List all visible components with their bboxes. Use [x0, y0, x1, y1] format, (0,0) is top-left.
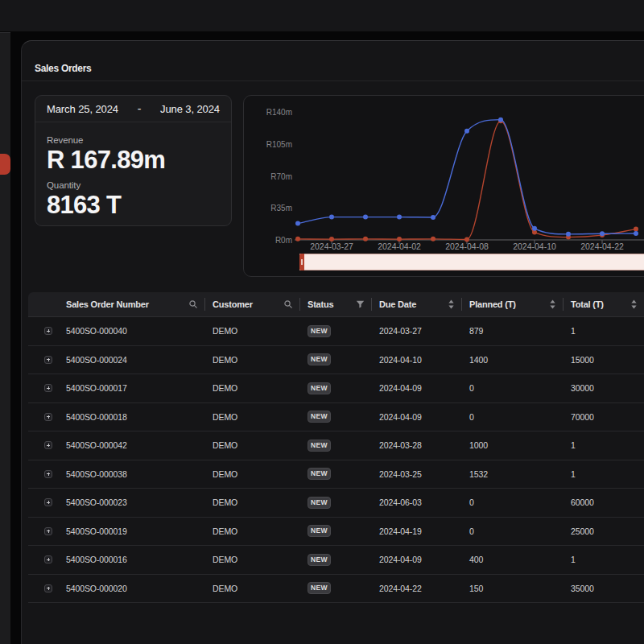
status-badge: NEW	[308, 440, 331, 452]
table-row: 5400SO-000023DEMONEW2024-06-03060000	[28, 489, 644, 518]
cell-due-date: 2024-06-03	[372, 497, 462, 507]
table-row: 5400SO-000040DEMONEW2024-03-278791	[28, 317, 644, 346]
cell-planned: 0	[462, 497, 564, 507]
expand-row-button[interactable]	[44, 498, 52, 506]
table-row: 5400SO-000017DEMONEW2024-04-09030000	[28, 374, 644, 403]
chart-brush-track[interactable]	[299, 254, 644, 270]
column-header-total-t-[interactable]: Total (T)	[564, 292, 644, 316]
data-point-revenue[interactable]	[295, 221, 300, 226]
cell-sales-order-number: 5400SO-000020	[59, 584, 205, 593]
expand-row-button[interactable]	[44, 555, 52, 564]
cell-customer: DEMO	[205, 440, 300, 450]
column-label: Total (T)	[571, 299, 604, 309]
cell-status: NEW	[300, 525, 372, 537]
date-range-picker[interactable]: March 25, 2024 - June 3, 2024	[35, 96, 231, 122]
metrics: Revenue R 167.89m Quantity 8163 T	[35, 122, 231, 220]
sort-icon[interactable]	[549, 299, 556, 310]
data-point-revenue[interactable]	[532, 226, 537, 231]
data-point-revenue[interactable]	[431, 215, 436, 220]
cell-customer: DEMO	[205, 412, 300, 422]
table-row: 5400SO-000018DEMONEW2024-04-09070000	[28, 403, 644, 432]
cell-total: 1	[564, 469, 644, 479]
column-header-planned-t-[interactable]: Planned (T)	[462, 292, 564, 316]
data-point-quantity[interactable]	[329, 237, 334, 242]
data-point-quantity[interactable]	[634, 227, 638, 232]
table-row: 5400SO-000024DEMONEW2024-04-10140015000	[28, 346, 644, 375]
cell-planned: 0	[462, 383, 564, 393]
search-icon[interactable]	[188, 299, 198, 309]
column-label: Customer	[213, 299, 253, 309]
data-point-revenue[interactable]	[397, 215, 402, 220]
chart-brush-handle[interactable]	[299, 254, 304, 270]
data-point-quantity[interactable]	[464, 237, 469, 242]
sales-chart-card: R0mR35mR70mR105mR140m2024-03-272024-04-0…	[243, 95, 644, 277]
column-header-sales-order-number[interactable]: Sales Order Number	[59, 292, 205, 316]
y-axis-label: R105m	[266, 140, 292, 149]
expand-row-button[interactable]	[44, 470, 52, 478]
cell-planned: 1000	[462, 440, 564, 450]
cell-sales-order-number: 5400SO-000042	[59, 440, 205, 450]
data-point-quantity[interactable]	[363, 237, 368, 242]
column-header-customer[interactable]: Customer	[205, 292, 300, 316]
cell-customer: DEMO	[205, 383, 300, 393]
expand-row-button[interactable]	[44, 327, 52, 335]
cell-sales-order-number: 5400SO-000023	[59, 497, 205, 507]
date-from[interactable]: March 25, 2024	[47, 103, 118, 115]
expand-row-button[interactable]	[44, 413, 52, 421]
cell-total: 30000	[564, 383, 644, 393]
data-point-quantity[interactable]	[431, 237, 436, 242]
data-point-revenue[interactable]	[329, 215, 334, 220]
y-axis-label: R35m	[270, 204, 292, 213]
data-point-revenue[interactable]	[464, 129, 469, 134]
summary-card: March 25, 2024 - June 3, 2024 Revenue R …	[35, 95, 232, 226]
cell-customer: DEMO	[205, 526, 300, 536]
cell-sales-order-number: 5400SO-000019	[59, 526, 205, 536]
column-header-due-date[interactable]: Due Date	[372, 292, 462, 316]
date-to[interactable]: June 3, 2024	[160, 103, 220, 115]
cell-status: NEW	[300, 582, 372, 594]
expand-row-button[interactable]	[44, 384, 52, 392]
cell-sales-order-number: 5400SO-000024	[59, 355, 205, 365]
cell-customer: DEMO	[205, 469, 300, 479]
cell-customer: DEMO	[205, 555, 300, 564]
cell-status: NEW	[300, 411, 372, 423]
y-axis-label: R70m	[270, 172, 292, 181]
data-point-quantity[interactable]	[397, 237, 402, 242]
cell-total: 1	[564, 555, 644, 564]
top-navigation-bar	[0, 0, 644, 31]
data-point-revenue[interactable]	[600, 231, 605, 236]
sales-orders-table: Sales Order NumberCustomerStatusDue Date…	[28, 292, 644, 603]
cell-planned: 879	[462, 326, 564, 336]
cell-due-date: 2024-04-19	[372, 526, 462, 536]
sort-icon[interactable]	[630, 299, 638, 310]
table-row: 5400SO-000016DEMONEW2024-04-094001	[28, 546, 644, 575]
expand-row-button[interactable]	[44, 356, 52, 364]
cell-planned: 0	[462, 412, 564, 422]
cell-due-date: 2024-03-28	[372, 440, 462, 450]
search-icon[interactable]	[283, 299, 293, 309]
sales-line-chart: R0mR35mR70mR105mR140m2024-03-272024-04-0…	[244, 96, 644, 277]
expand-row-button[interactable]	[44, 584, 52, 592]
column-header-status[interactable]: Status	[300, 292, 372, 316]
x-axis-label: 2024-04-08	[445, 242, 489, 251]
cell-total: 60000	[564, 497, 644, 507]
data-point-revenue[interactable]	[634, 231, 638, 236]
revenue-value: R 167.89m	[47, 145, 220, 175]
cell-total: 70000	[564, 412, 644, 422]
series-line-revenue	[298, 120, 636, 234]
series-line-quantity	[298, 121, 636, 239]
sort-icon[interactable]	[448, 299, 455, 310]
expand-row-button[interactable]	[44, 441, 52, 449]
cell-customer: DEMO	[205, 497, 300, 507]
data-point-revenue[interactable]	[363, 215, 368, 220]
table-row: 5400SO-000019DEMONEW2024-04-19025000	[28, 518, 644, 547]
expand-row-button[interactable]	[44, 527, 52, 535]
cell-sales-order-number: 5400SO-000016	[59, 555, 205, 564]
cell-planned: 1532	[462, 469, 564, 479]
cell-customer: DEMO	[205, 355, 300, 365]
data-point-quantity[interactable]	[295, 237, 300, 242]
data-point-revenue[interactable]	[566, 232, 571, 237]
data-point-revenue[interactable]	[498, 118, 503, 122]
sidebar-alert-button[interactable]	[0, 154, 10, 175]
filter-icon[interactable]	[356, 300, 365, 308]
